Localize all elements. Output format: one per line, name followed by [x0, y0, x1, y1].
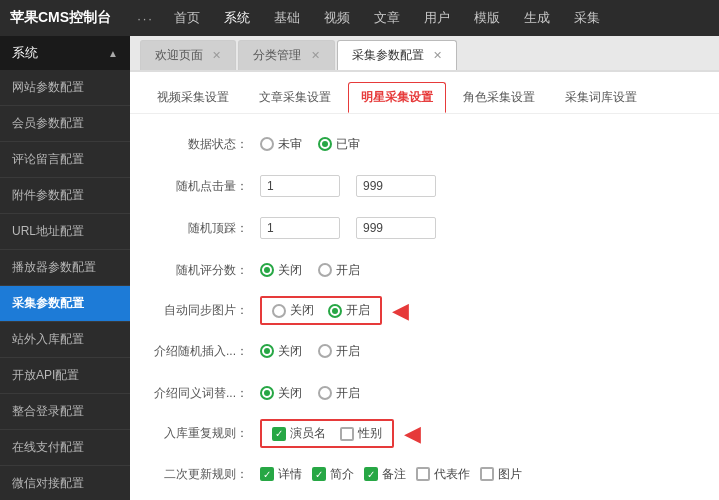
tab-collect-config[interactable]: 采集参数配置 ✕: [337, 40, 457, 70]
arrow-sync-icon: ◀: [392, 298, 409, 324]
tab-category[interactable]: 分类管理 ✕: [238, 40, 334, 70]
controls-random-click: [260, 175, 699, 197]
row-random-insert: 介绍随机插入...： 关闭 开启: [150, 335, 699, 367]
radio-insert-off[interactable]: 关闭: [260, 343, 302, 360]
radio-insert-on-circle: [318, 344, 332, 358]
nav-collect[interactable]: 采集: [570, 9, 604, 27]
subtab-star[interactable]: 明星采集设置: [348, 82, 446, 113]
checkbox-image-box: [480, 467, 494, 481]
sidebar-item-url[interactable]: URL地址配置: [0, 214, 130, 250]
checkbox-remark[interactable]: ✓ 备注: [364, 466, 406, 483]
nav-dots: ···: [137, 11, 154, 26]
row-data-status: 数据状态： 未审 已审: [150, 128, 699, 160]
radio-synonym-off[interactable]: 关闭: [260, 385, 302, 402]
nav-template[interactable]: 模版: [470, 9, 504, 27]
label-synonym: 介绍同义词替...：: [150, 385, 260, 402]
label-update-rule: 二次更新规则：: [150, 466, 260, 483]
tab-bar: 欢迎页面 ✕ 分类管理 ✕ 采集参数配置 ✕: [130, 36, 719, 72]
radio-score-on[interactable]: 开启: [318, 262, 360, 279]
tab-welcome-close[interactable]: ✕: [212, 49, 221, 61]
row-random-score: 随机评分数： 关闭 开启: [150, 254, 699, 286]
radio-reviewed[interactable]: 已审: [318, 136, 360, 153]
nav-system[interactable]: 系统: [220, 9, 254, 27]
sidebar-item-login[interactable]: 整合登录配置: [0, 394, 130, 430]
sidebar-item-collect[interactable]: 采集参数配置: [0, 286, 130, 322]
radio-sync-off[interactable]: 关闭: [272, 302, 314, 319]
checkbox-actor-name-box: ✓: [272, 427, 286, 441]
checkbox-detail[interactable]: ✓ 详情: [260, 466, 302, 483]
checkbox-gender[interactable]: 性别: [340, 425, 382, 442]
sidebar: 系统 ▲ 网站参数配置 会员参数配置 评论留言配置 附件参数配置 URL地址配置…: [0, 36, 130, 500]
controls-random-insert: 关闭 开启: [260, 343, 699, 360]
label-random-insert: 介绍随机插入...：: [150, 343, 260, 360]
sidebar-item-player[interactable]: 播放器参数配置: [0, 250, 130, 286]
tab-collect-close[interactable]: ✕: [433, 49, 442, 61]
radio-synonym-on[interactable]: 开启: [318, 385, 360, 402]
subtab-vocab[interactable]: 采集词库设置: [552, 82, 650, 113]
sidebar-arrow: ▲: [108, 48, 118, 59]
sidebar-item-member[interactable]: 会员参数配置: [0, 106, 130, 142]
label-random-vote: 随机顶踩：: [150, 220, 260, 237]
dedup-rule-box: ✓ 演员名 性别: [260, 419, 394, 448]
sidebar-item-external[interactable]: 站外入库配置: [0, 322, 130, 358]
checkbox-detail-box: ✓: [260, 467, 274, 481]
label-auto-sync: 自动同步图片：: [150, 302, 260, 319]
label-random-score: 随机评分数：: [150, 262, 260, 279]
tab-welcome[interactable]: 欢迎页面 ✕: [140, 40, 236, 70]
input-click-max[interactable]: [356, 175, 436, 197]
radio-insert-on[interactable]: 开启: [318, 343, 360, 360]
checkbox-gender-box: [340, 427, 354, 441]
nav-basic[interactable]: 基础: [270, 9, 304, 27]
form-area: 数据状态： 未审 已审 随机点击量：: [130, 114, 719, 500]
input-vote-max[interactable]: [356, 217, 436, 239]
sidebar-item-wechat[interactable]: 微信对接配置: [0, 466, 130, 500]
sidebar-title: 系统: [12, 44, 38, 62]
content-area: 视频采集设置 文章采集设置 明星采集设置 角色采集设置 采集词库设置 数据状态：…: [130, 72, 719, 500]
arrow-dedup-icon: ◀: [404, 421, 421, 447]
checkbox-remark-box: ✓: [364, 467, 378, 481]
controls-random-score: 关闭 开启: [260, 262, 699, 279]
nav-generate[interactable]: 生成: [520, 9, 554, 27]
radio-unreviewed-circle: [260, 137, 274, 151]
radio-synonym-off-circle: [260, 386, 274, 400]
row-random-vote: 随机顶踩：: [150, 212, 699, 244]
radio-sync-on[interactable]: 开启: [328, 302, 370, 319]
checkbox-image[interactable]: 图片: [480, 466, 522, 483]
controls-update-rule: ✓ 详情 ✓ 简介 ✓ 备注 代表作: [260, 466, 699, 483]
sidebar-item-attachment[interactable]: 附件参数配置: [0, 178, 130, 214]
radio-score-off[interactable]: 关闭: [260, 262, 302, 279]
subtab-article[interactable]: 文章采集设置: [246, 82, 344, 113]
checkbox-actor-name[interactable]: ✓ 演员名: [272, 425, 326, 442]
label-dedup-rule: 入库重复规则：: [150, 425, 260, 442]
input-click-min[interactable]: [260, 175, 340, 197]
row-synonym: 介绍同义词替...： 关闭 开启: [150, 377, 699, 409]
radio-sync-on-circle: [328, 304, 342, 318]
tab-category-close[interactable]: ✕: [311, 49, 320, 61]
sidebar-item-website[interactable]: 网站参数配置: [0, 70, 130, 106]
label-random-click: 随机点击量：: [150, 178, 260, 195]
radio-score-on-circle: [318, 263, 332, 277]
row-auto-sync: 自动同步图片： 关闭 开启 ◀: [150, 296, 699, 325]
logo: 苹果CMS控制台: [10, 9, 111, 27]
controls-data-status: 未审 已审: [260, 136, 699, 153]
nav-article[interactable]: 文章: [370, 9, 404, 27]
subtab-video[interactable]: 视频采集设置: [144, 82, 242, 113]
sidebar-item-comment[interactable]: 评论留言配置: [0, 142, 130, 178]
nav-user[interactable]: 用户: [420, 9, 454, 27]
radio-unreviewed[interactable]: 未审: [260, 136, 302, 153]
main-area: 欢迎页面 ✕ 分类管理 ✕ 采集参数配置 ✕ 视频采集设置 文章采集设置 明星采…: [130, 36, 719, 500]
checkbox-representative[interactable]: 代表作: [416, 466, 470, 483]
input-vote-min[interactable]: [260, 217, 340, 239]
checkbox-intro[interactable]: ✓ 简介: [312, 466, 354, 483]
nav-video[interactable]: 视频: [320, 9, 354, 27]
radio-synonym-on-circle: [318, 386, 332, 400]
sidebar-item-payment[interactable]: 在线支付配置: [0, 430, 130, 466]
radio-score-off-circle: [260, 263, 274, 277]
checkbox-representative-box: [416, 467, 430, 481]
radio-insert-off-circle: [260, 344, 274, 358]
subtab-role[interactable]: 角色采集设置: [450, 82, 548, 113]
sidebar-item-openapi[interactable]: 开放API配置: [0, 358, 130, 394]
controls-synonym: 关闭 开启: [260, 385, 699, 402]
checkbox-intro-box: ✓: [312, 467, 326, 481]
nav-home[interactable]: 首页: [170, 9, 204, 27]
